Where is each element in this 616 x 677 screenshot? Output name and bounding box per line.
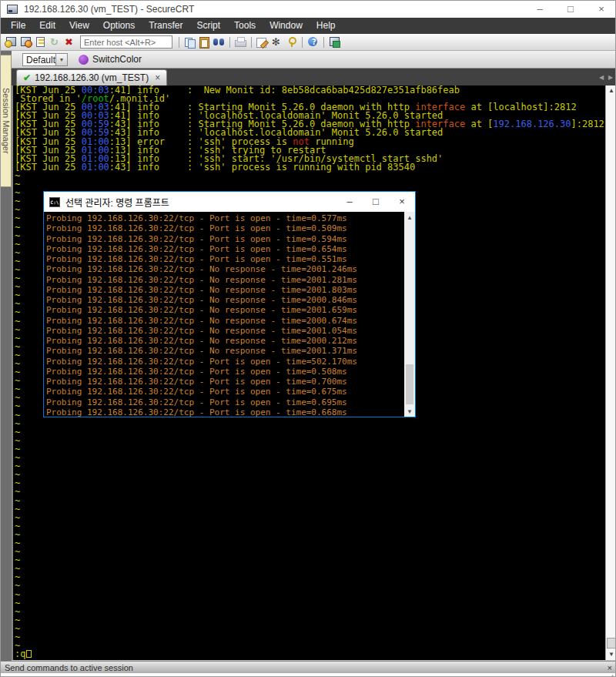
command-input-row: ▲ bbox=[1, 673, 616, 677]
terminal-empty-line: ~ bbox=[15, 505, 604, 514]
cmd-output-area[interactable]: Probing 192.168.126.30:22/tcp - Port is … bbox=[44, 212, 415, 417]
cmd-output-line: Probing 192.168.126.30:22/tcp - No respo… bbox=[46, 305, 357, 315]
cmd-maximize-button[interactable]: □ bbox=[363, 192, 389, 212]
menu-file[interactable]: File bbox=[4, 18, 32, 34]
properties-icon[interactable] bbox=[256, 36, 269, 48]
toolbar-separator bbox=[323, 37, 324, 48]
menu-bar: FileEditViewOptionsTransferScriptToolsWi… bbox=[1, 18, 616, 34]
session-tab-label: 192.168.126.30 (vm_TEST) bbox=[35, 72, 149, 83]
menu-view[interactable]: View bbox=[62, 18, 96, 34]
help-icon[interactable] bbox=[306, 36, 320, 48]
maximize-button[interactable]: □ bbox=[555, 1, 586, 18]
terminal-empty-line: ~ bbox=[15, 531, 604, 539]
terminal-empty-line: ~ bbox=[15, 573, 604, 581]
cmd-output-line: Probing 192.168.126.30:22/tcp - No respo… bbox=[46, 316, 357, 326]
host-input[interactable] bbox=[80, 35, 172, 49]
terminal-cursor bbox=[26, 650, 32, 658]
terminal-empty-line: ~ bbox=[15, 180, 604, 189]
command-input[interactable] bbox=[1, 673, 601, 677]
cmd-scrollbar-thumb[interactable] bbox=[406, 364, 413, 404]
connected-check-icon: ✔ bbox=[23, 72, 31, 83]
session-manager-label: Session Manager bbox=[2, 88, 11, 154]
tab-bar: ✔ 192.168.126.30 (vm_TEST) × ◀ ▶ bbox=[12, 69, 616, 85]
scroll-up-icon[interactable]: ▲ bbox=[606, 85, 616, 96]
terminal-empty-line: ~ bbox=[15, 539, 604, 548]
paste-icon[interactable] bbox=[198, 36, 211, 48]
cmd-output-line: Probing 192.168.126.30:22/tcp - Port is … bbox=[46, 213, 357, 223]
cmd-scrollbar[interactable]: ▴ ▾ bbox=[404, 212, 415, 417]
terminal-empty-line: ~ bbox=[15, 172, 604, 180]
minimize-button[interactable]: – bbox=[524, 1, 555, 18]
scrollbar-thumb[interactable] bbox=[607, 638, 616, 649]
cmd-title-bar[interactable]: C:\ 선택 관리자: 명령 프롬프트 – □ × bbox=[44, 192, 415, 212]
session-tab[interactable]: ✔ 192.168.126.30 (vm_TEST) × bbox=[16, 69, 167, 85]
terminal-scrollbar[interactable]: ▲ ▼ bbox=[605, 85, 616, 660]
menu-window[interactable]: Window bbox=[263, 18, 310, 34]
connect-icon[interactable] bbox=[5, 36, 18, 48]
menu-transfer[interactable]: Transfer bbox=[142, 18, 189, 34]
securecrt-window: 192.168.126.30 (vm_TEST) - SecureCRT – □… bbox=[0, 0, 616, 677]
cmd-output-line: Probing 192.168.126.30:22/tcp - No respo… bbox=[46, 275, 357, 285]
close-button[interactable]: × bbox=[586, 1, 616, 18]
tab-scroll-left-icon[interactable]: ◀ bbox=[597, 74, 606, 81]
cmd-minimize-button[interactable]: – bbox=[336, 192, 363, 212]
copy-icon[interactable] bbox=[183, 36, 196, 48]
terminal-empty-line: ~ bbox=[15, 625, 604, 633]
command-prompt-window[interactable]: C:\ 선택 관리자: 명령 프롬프트 – □ × Probing 192.16… bbox=[43, 191, 416, 417]
cmd-close-button[interactable]: × bbox=[389, 192, 415, 212]
cmd-output-line: Probing 192.168.126.30:22/tcp - Port is … bbox=[46, 357, 357, 367]
command-pane-header: Send commands to active session × bbox=[1, 661, 616, 673]
menu-options[interactable]: Options bbox=[96, 18, 142, 34]
terminal-empty-line: ~ bbox=[15, 616, 604, 625]
terminal-empty-line: ~ bbox=[15, 581, 604, 590]
window-title: 192.168.126.30 (vm_TEST) - SecureCRT bbox=[24, 4, 194, 15]
menu-script[interactable]: Script bbox=[189, 18, 227, 34]
button-bar: Default ▼ SwitchColor bbox=[12, 51, 616, 69]
session-options-icon[interactable] bbox=[270, 36, 283, 48]
profile-combo-value[interactable]: Default bbox=[22, 53, 56, 66]
input-scroll-up-icon[interactable]: ▲ bbox=[611, 673, 614, 677]
cmd-app-icon: C:\ bbox=[49, 197, 60, 207]
cmd-output-line: Probing 192.168.126.30:22/tcp - No respo… bbox=[46, 326, 357, 336]
terminal-empty-line: ~ bbox=[15, 642, 604, 650]
terminal-empty-line: ~ bbox=[15, 599, 604, 608]
session-manager-tab[interactable]: Session Manager bbox=[1, 55, 12, 187]
cmd-output-line: Probing 192.168.126.30:22/tcp - Port is … bbox=[46, 367, 357, 377]
terminal-empty-line: ~ bbox=[15, 565, 604, 573]
keymap-icon[interactable] bbox=[285, 36, 298, 48]
menu-tools[interactable]: Tools bbox=[227, 18, 263, 34]
menu-edit[interactable]: Edit bbox=[32, 18, 62, 34]
switchcolor-button[interactable]: SwitchColor bbox=[79, 54, 142, 65]
command-pane-label: Send commands to active session bbox=[5, 663, 133, 672]
terminal-empty-line: ~ bbox=[15, 633, 604, 642]
scroll-down-icon[interactable]: ▼ bbox=[606, 649, 616, 660]
cmd-output-line: Probing 192.168.126.30:22/tcp - Port is … bbox=[46, 234, 357, 244]
terminal-empty-line: ~ bbox=[15, 608, 604, 616]
command-pane-close-icon[interactable]: × bbox=[608, 663, 612, 672]
tab-close-icon[interactable]: × bbox=[155, 72, 160, 83]
find-icon[interactable] bbox=[213, 36, 226, 48]
securecrt-app-icon bbox=[7, 5, 18, 14]
terminal-empty-line: ~ bbox=[15, 488, 604, 496]
terminal-prompt-line: :q bbox=[15, 650, 604, 659]
menu-help[interactable]: Help bbox=[310, 18, 343, 34]
profile-combo[interactable]: Default ▼ bbox=[22, 53, 68, 66]
terminal-empty-line: ~ bbox=[15, 514, 604, 522]
switchcolor-label: SwitchColor bbox=[92, 54, 142, 65]
session-tabs-icon[interactable] bbox=[34, 36, 47, 48]
title-bar[interactable]: 192.168.126.30 (vm_TEST) - SecureCRT – □… bbox=[1, 1, 616, 18]
cmd-output-line: Probing 192.168.126.30:22/tcp - Port is … bbox=[46, 223, 357, 233]
cmd-output-line: Probing 192.168.126.30:22/tcp - Port is … bbox=[46, 377, 357, 387]
print-icon[interactable] bbox=[234, 36, 247, 48]
cmd-output-line: Probing 192.168.126.30:22/tcp - Port is … bbox=[46, 254, 357, 264]
chevron-down-icon[interactable]: ▼ bbox=[56, 53, 68, 66]
cmd-scroll-down-icon[interactable]: ▾ bbox=[404, 406, 415, 417]
disconnect-icon[interactable] bbox=[63, 36, 76, 48]
cmd-scroll-up-icon[interactable]: ▴ bbox=[404, 212, 415, 223]
cmd-output-line: Probing 192.168.126.30:22/tcp - Port is … bbox=[46, 387, 357, 397]
quick-connect-icon[interactable] bbox=[19, 36, 32, 48]
cmd-output-line: Probing 192.168.126.30:22/tcp - No respo… bbox=[46, 336, 357, 346]
tab-scroll-right-icon[interactable]: ▶ bbox=[606, 74, 615, 81]
clone-session-icon[interactable] bbox=[328, 36, 341, 48]
reconnect-icon[interactable] bbox=[49, 36, 62, 48]
